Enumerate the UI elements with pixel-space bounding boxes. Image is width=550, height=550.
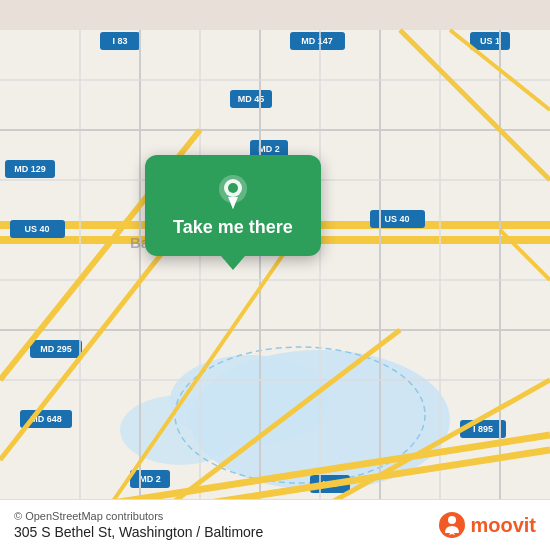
svg-text:MD 129: MD 129 [14, 164, 46, 174]
svg-point-64 [448, 516, 456, 524]
bottom-left-info: © OpenStreetMap contributors 305 S Bethe… [14, 510, 263, 540]
location-pin-icon [214, 173, 252, 211]
svg-text:I 895: I 895 [473, 424, 493, 434]
address-text: 305 S Bethel St, Washington / Baltimore [14, 524, 263, 540]
popup-arrow [221, 256, 245, 270]
map-container: US 40 US 40 I 83 MD 147 US 1 MD 45 MD 2 … [0, 0, 550, 550]
bottom-bar: © OpenStreetMap contributors 305 S Bethe… [0, 499, 550, 550]
svg-point-60 [228, 183, 238, 193]
moovit-brand-text: moovit [470, 514, 536, 537]
svg-text:MD 2: MD 2 [258, 144, 280, 154]
map-svg: US 40 US 40 I 83 MD 147 US 1 MD 45 MD 2 … [0, 0, 550, 550]
svg-text:US 40: US 40 [384, 214, 409, 224]
svg-text:MD 2: MD 2 [139, 474, 161, 484]
moovit-icon [438, 511, 466, 539]
copyright-text: © OpenStreetMap contributors [14, 510, 263, 522]
moovit-logo: moovit [438, 511, 536, 539]
svg-text:US 40: US 40 [24, 224, 49, 234]
take-me-there-button[interactable]: Take me there [173, 217, 293, 238]
map-popup: Take me there [145, 155, 321, 256]
svg-point-63 [439, 512, 465, 538]
svg-text:US 1: US 1 [480, 36, 500, 46]
svg-text:MD 295: MD 295 [40, 344, 72, 354]
svg-text:I 83: I 83 [112, 36, 127, 46]
svg-marker-62 [229, 198, 237, 209]
svg-text:MD 147: MD 147 [301, 36, 333, 46]
